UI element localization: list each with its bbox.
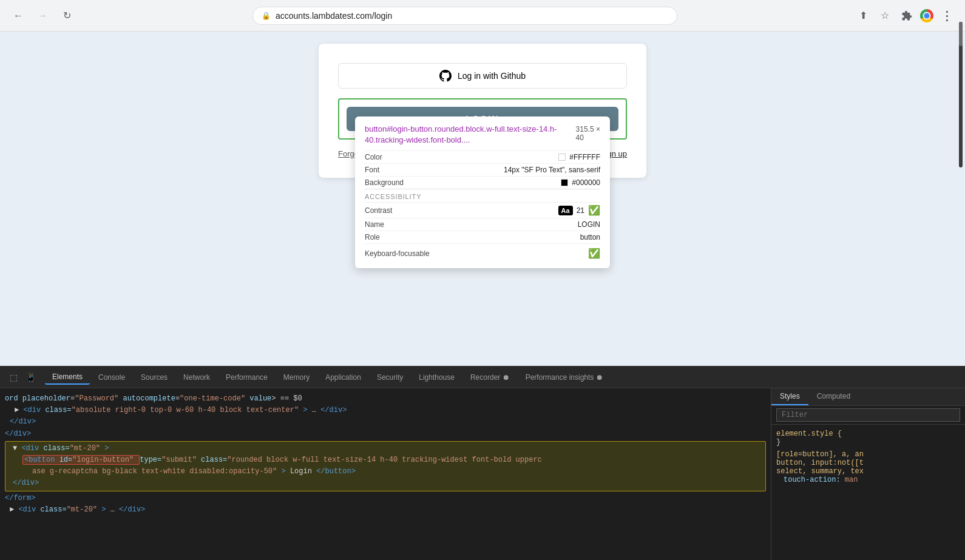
elements-line-3: </div> <box>5 416 766 428</box>
elements-line-5-button-cont: ase g-recaptcha bg-black text-white disa… <box>8 466 763 477</box>
sidebar-tabs: Styles Computed <box>771 388 965 406</box>
css-rule-role-button-3: select, summary, tex <box>776 467 960 476</box>
contrast-value: Aa 21 ✅ <box>558 204 600 216</box>
elements-line-7: </form> <box>5 493 766 504</box>
devtools-panel: ⬚ 📱 Elements Console Sources Network Per… <box>0 366 965 560</box>
css-rule-element-style-close: } <box>776 438 960 447</box>
name-value: LOGIN <box>578 220 600 229</box>
tooltip-color-row: Color #FFFFFF <box>365 150 600 163</box>
back-button[interactable]: ← <box>10 7 27 24</box>
tab-security[interactable]: Security <box>370 371 410 384</box>
tooltip-font-row: Font 14px "SF Pro Text", sans-serif <box>365 163 600 176</box>
tab-elements[interactable]: Elements <box>45 370 90 385</box>
keyboard-focusable-row: Keyboard-focusable ✅ <box>365 243 600 261</box>
bg-swatch <box>561 179 568 186</box>
contrast-label: Contrast <box>365 206 392 215</box>
keyboard-focusable-label: Keyboard-focusable <box>365 249 430 258</box>
css-rule-role-button-2: button, input:not([t <box>776 459 960 467</box>
role-value: button <box>580 233 600 241</box>
css-rule-role-button: [role=button], a, an <box>776 450 960 459</box>
background-label: Background <box>365 178 404 187</box>
github-icon <box>439 70 452 82</box>
tab-lighthouse[interactable]: Lighthouse <box>411 371 462 384</box>
color-value: #FFFFFF <box>558 153 600 161</box>
tooltip-selector: button#login-button.rounded.block.w-full… <box>365 124 576 146</box>
devtools-elements-panel: ord placeholder="Password" autocomplete=… <box>0 388 771 560</box>
name-label: Name <box>365 220 384 229</box>
login-page: Log in with Github button#login-button.r… <box>319 44 646 178</box>
github-login-button[interactable]: Log in with Github <box>338 63 627 89</box>
elements-line-4: </div> <box>5 428 766 440</box>
element-tooltip: button#login-button.rounded.block.w-full… <box>355 116 610 268</box>
elements-line-5-div: ▼ <div class="mt-20" > <box>8 443 763 454</box>
css-filter-input[interactable] <box>776 408 960 422</box>
devtools-sidebar-content: element.style { } [role=button], a, an b… <box>771 425 965 560</box>
tab-performance-insights[interactable]: Performance insights ⏺ <box>518 371 611 384</box>
background-value: #000000 <box>561 178 600 187</box>
tab-application[interactable]: Application <box>318 371 368 384</box>
tooltip-name-row: Name LOGIN <box>365 218 600 231</box>
tooltip-dimensions: 315.5 × 40 <box>576 125 600 142</box>
sidebar-tab-styles[interactable]: Styles <box>771 388 808 405</box>
tooltip-contrast-row: Contrast Aa 21 ✅ <box>365 202 600 218</box>
highlighted-section[interactable]: ▼ <div class="mt-20" > <button id="login… <box>5 441 766 491</box>
lock-icon: 🔒 <box>262 12 271 20</box>
refresh-button[interactable]: ↻ <box>58 7 75 24</box>
inspect-icon[interactable]: ⬚ <box>5 369 22 386</box>
bookmark-icon[interactable]: ☆ <box>876 7 893 24</box>
sidebar-tab-computed[interactable]: Computed <box>808 388 859 405</box>
tab-console[interactable]: Console <box>91 371 132 384</box>
font-label: Font <box>365 166 379 174</box>
css-rule-element-style: element.style { <box>776 430 960 438</box>
chrome-icon <box>920 9 933 22</box>
tooltip-background-row: Background #000000 <box>365 176 600 189</box>
devtools-styles-sidebar: Styles Computed element.style { } [role=… <box>771 388 965 560</box>
devtools-tabs: ⬚ 📱 Elements Console Sources Network Per… <box>0 366 965 388</box>
forward-button[interactable]: → <box>34 7 51 24</box>
extensions-icon[interactable] <box>898 7 915 24</box>
main-content: Log in with Github button#login-button.r… <box>0 32 965 366</box>
menu-icon[interactable]: ⋮ <box>938 7 955 24</box>
github-login-label: Log in with Github <box>458 71 526 81</box>
color-swatch <box>558 153 566 161</box>
tab-network[interactable]: Network <box>176 371 217 384</box>
button-element-highlight: <button id="login-button" <box>22 455 140 465</box>
url-text: accounts.lambdatest.com/login <box>276 11 392 21</box>
color-label: Color <box>365 153 382 161</box>
tab-performance[interactable]: Performance <box>218 371 275 384</box>
tab-sources[interactable]: Sources <box>134 371 175 384</box>
css-rule-touch-action: touch-action: man <box>776 476 960 484</box>
tab-memory[interactable]: Memory <box>276 371 317 384</box>
elements-line-1: ord placeholder="Password" autocomplete=… <box>5 393 766 405</box>
elements-line-6: </div> <box>8 477 763 489</box>
contrast-check-icon: ✅ <box>588 204 600 216</box>
keyboard-focusable-check-icon: ✅ <box>588 248 600 259</box>
accessibility-header: ACCESSIBILITY <box>365 189 600 202</box>
tab-recorder[interactable]: Recorder ⏺ <box>463 371 517 384</box>
browser-toolbar-right: ⬆ ☆ ⋮ <box>855 7 955 24</box>
elements-line-5-button: <button id="login-button" type="submit" … <box>8 454 763 466</box>
devtools-content: ord placeholder="Password" autocomplete=… <box>0 388 965 560</box>
role-label: Role <box>365 233 380 241</box>
share-icon[interactable]: ⬆ <box>855 7 872 24</box>
device-icon[interactable]: 📱 <box>22 369 39 386</box>
contrast-badge: Aa <box>558 206 573 215</box>
address-bar[interactable]: 🔒 accounts.lambdatest.com/login <box>252 7 677 25</box>
elements-line-8: ► <div class="mt-20" > … </div> <box>5 504 766 516</box>
browser-chrome: ← → ↻ 🔒 accounts.lambdatest.com/login ⬆ … <box>0 0 965 32</box>
elements-line-2: ► <div class="absolute right-0 top-0 w-6… <box>5 405 766 416</box>
tooltip-role-row: Role button <box>365 231 600 243</box>
font-value: 14px "SF Pro Text", sans-serif <box>504 166 600 174</box>
